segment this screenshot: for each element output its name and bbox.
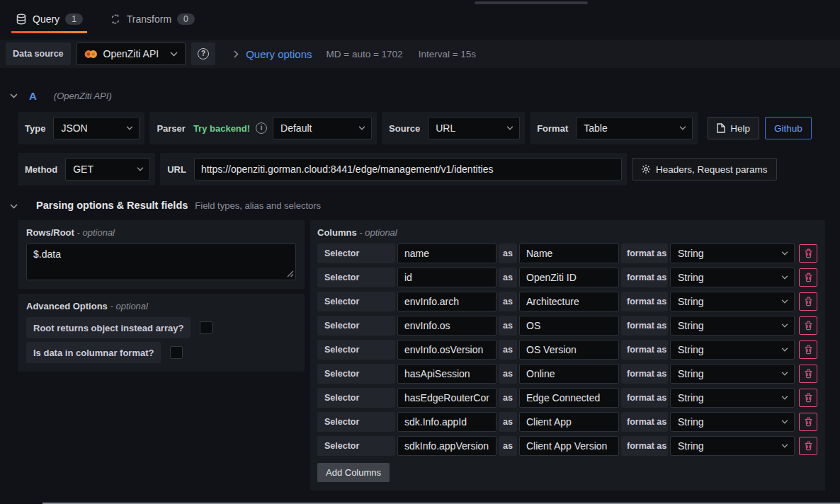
selector-input[interactable] [397, 292, 496, 311]
source-select[interactable]: URL [428, 117, 520, 139]
type-select-value: JSON [61, 122, 87, 134]
root-returns-object-checkbox[interactable] [200, 321, 212, 334]
columnar-format-checkbox[interactable] [170, 346, 183, 359]
trash-icon [804, 417, 813, 427]
parser-select[interactable]: Default [273, 117, 372, 139]
selector-input[interactable] [397, 268, 496, 287]
selector-input[interactable] [397, 412, 496, 432]
column-format-select[interactable]: String [670, 412, 795, 432]
selector-input[interactable] [397, 388, 496, 408]
column-format-select[interactable]: String [670, 388, 795, 408]
chevron-down-icon [137, 167, 144, 171]
chevron-down-icon [781, 372, 788, 376]
query-options-link[interactable]: Query options [246, 48, 312, 60]
type-select[interactable]: JSON [53, 117, 140, 139]
help-button[interactable]: Help [708, 117, 759, 139]
alias-input[interactable] [519, 340, 619, 360]
add-columns-button[interactable]: Add Columns [317, 463, 390, 482]
rows-root-textarea[interactable]: $.data [26, 244, 296, 280]
column-format-select[interactable]: String [670, 268, 795, 287]
selector-input[interactable] [397, 244, 496, 263]
resize-handle-icon[interactable] [287, 270, 294, 277]
delete-column-button[interactable] [799, 365, 817, 383]
method-label: Method [23, 164, 59, 175]
selector-input[interactable] [397, 364, 496, 384]
format-as-label: format as [621, 292, 668, 311]
alias-input[interactable] [519, 316, 619, 336]
try-backend-hint: Try backend! [193, 123, 250, 134]
trash-icon [804, 321, 813, 331]
datasource-picker[interactable]: OpenZiti API [76, 42, 186, 65]
chevron-down-icon [781, 420, 788, 424]
trash-icon [804, 345, 813, 355]
request-row: Method GET URL Headers, Request params [18, 153, 826, 185]
format-select[interactable]: Table [576, 117, 693, 139]
pane-drag-handle[interactable] [475, 1, 588, 4]
left-column: Rows/Root - optional $.data Advanced Opt… [18, 220, 305, 372]
delete-column-button[interactable] [799, 292, 817, 311]
column-format-select[interactable]: String [670, 340, 795, 360]
headers-button-label: Headers, Request params [656, 164, 768, 175]
alias-input[interactable] [519, 436, 619, 456]
delete-column-button[interactable] [799, 437, 817, 455]
parsing-section-header[interactable]: Parsing options & Result fields Field ty… [10, 200, 840, 211]
tab-transform[interactable]: Transform 0 [106, 5, 199, 33]
column-format-select[interactable]: String [670, 316, 795, 336]
selector-label: Selector [317, 436, 395, 456]
column-format-select[interactable]: String [670, 292, 795, 311]
query-options-toggle[interactable]: Query options [234, 48, 312, 60]
parsing-options-grid: Rows/Root - optional $.data Advanced Opt… [18, 220, 825, 491]
query-stats: MD = auto = 1702 Interval = 15s [327, 49, 477, 59]
selector-label: Selector [317, 292, 395, 311]
selector-input[interactable] [397, 436, 496, 456]
column-row: Selector as format as String [317, 412, 819, 432]
alias-input[interactable] [519, 268, 619, 287]
format-as-label: format as [621, 244, 668, 263]
tab-query-count-badge: 1 [65, 13, 83, 25]
as-label: as [499, 436, 517, 456]
alias-input[interactable] [519, 292, 619, 311]
delete-column-button[interactable] [799, 268, 817, 287]
parser-field-group: Parser Try backend! Default [149, 112, 377, 144]
selector-input[interactable] [397, 316, 496, 336]
delete-column-button[interactable] [799, 244, 817, 263]
github-button[interactable]: Github [765, 117, 812, 139]
chevron-down-icon [679, 126, 686, 130]
query-row-header[interactable]: A (OpenZiti API) [0, 85, 840, 106]
selector-label: Selector [317, 340, 395, 360]
column-format-value: String [678, 416, 704, 428]
source-field-group: Source URL [382, 112, 525, 144]
tab-query[interactable]: Query 1 [11, 5, 87, 33]
collapse-chevron-icon [10, 204, 18, 209]
tab-query-label: Query [33, 13, 59, 25]
method-select[interactable]: GET [65, 158, 150, 181]
column-format-select[interactable]: String [670, 436, 795, 456]
delete-column-button[interactable] [799, 413, 817, 431]
alias-input[interactable] [519, 244, 619, 263]
alias-input[interactable] [519, 388, 619, 408]
as-label: as [499, 340, 517, 360]
source-label: Source [387, 123, 422, 134]
delete-column-button[interactable] [799, 316, 817, 335]
format-as-label: format as [621, 316, 668, 336]
parsing-section-subtitle: Field types, alias and selectors [195, 200, 321, 211]
document-icon [717, 123, 725, 133]
trash-icon [804, 369, 813, 379]
delete-column-button[interactable] [799, 389, 817, 407]
datasource-label: Data source [6, 42, 71, 65]
selector-input[interactable] [397, 340, 496, 360]
column-format-select[interactable]: String [670, 244, 795, 263]
column-format-value: String [678, 320, 704, 331]
chevron-down-icon [506, 126, 513, 130]
chevron-down-icon [781, 323, 788, 328]
column-row: Selector as format as String [317, 364, 819, 384]
alias-input[interactable] [519, 412, 619, 432]
headers-request-params-button[interactable]: Headers, Request params [632, 158, 777, 181]
delete-column-button[interactable] [799, 340, 817, 359]
query-ref-id: A [29, 90, 37, 102]
url-input[interactable] [194, 158, 622, 181]
column-format-select[interactable]: String [670, 364, 795, 384]
datasource-help-button[interactable] [191, 42, 215, 65]
alias-input[interactable] [519, 364, 619, 384]
column-row: Selector as format as String [317, 316, 819, 336]
